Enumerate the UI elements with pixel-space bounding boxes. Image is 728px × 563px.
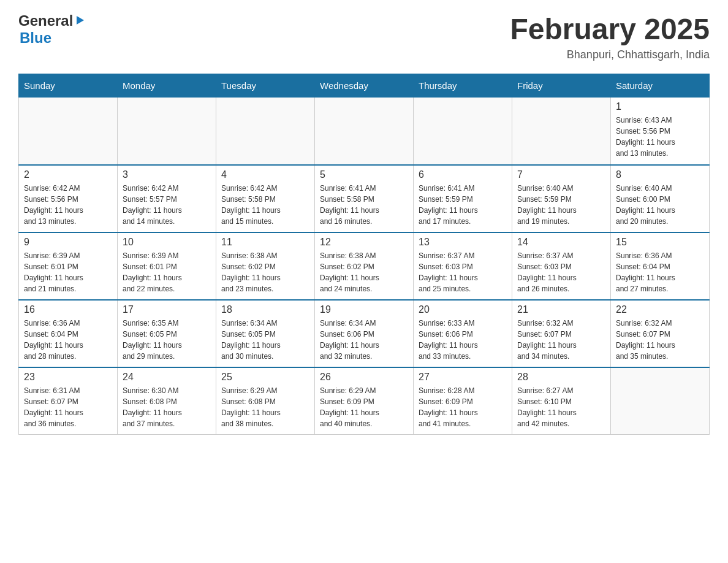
weekday-header-tuesday: Tuesday — [216, 74, 315, 98]
day-info: Sunrise: 6:28 AMSunset: 6:09 PMDaylight:… — [419, 385, 507, 429]
day-info: Sunrise: 6:36 AMSunset: 6:04 PMDaylight:… — [24, 318, 112, 362]
day-info: Sunrise: 6:36 AMSunset: 6:04 PMDaylight:… — [616, 250, 704, 294]
day-number: 23 — [24, 372, 112, 383]
day-info: Sunrise: 6:34 AMSunset: 6:06 PMDaylight:… — [320, 318, 408, 362]
calendar-cell: 21Sunrise: 6:32 AMSunset: 6:07 PMDayligh… — [512, 300, 611, 367]
day-info: Sunrise: 6:39 AMSunset: 6:01 PMDaylight:… — [123, 250, 211, 294]
title-section: February 2025 Bhanpuri, Chhattisgarh, In… — [510, 12, 710, 61]
day-info: Sunrise: 6:34 AMSunset: 6:05 PMDaylight:… — [221, 318, 309, 362]
calendar-cell: 26Sunrise: 6:29 AMSunset: 6:09 PMDayligh… — [315, 367, 414, 435]
logo-general-text: General — [18, 12, 73, 29]
day-info: Sunrise: 6:41 AMSunset: 5:59 PMDaylight:… — [419, 183, 507, 227]
calendar-cell — [118, 98, 216, 165]
weekday-header-thursday: Thursday — [414, 74, 512, 98]
day-number: 28 — [517, 372, 605, 383]
day-info: Sunrise: 6:38 AMSunset: 6:02 PMDaylight:… — [320, 250, 408, 294]
calendar-cell: 3Sunrise: 6:42 AMSunset: 5:57 PMDaylight… — [118, 165, 216, 232]
day-number: 16 — [24, 304, 112, 315]
day-number: 5 — [320, 169, 408, 180]
day-info: Sunrise: 6:40 AMSunset: 6:00 PMDaylight:… — [616, 183, 704, 227]
calendar-cell: 10Sunrise: 6:39 AMSunset: 6:01 PMDayligh… — [118, 232, 216, 300]
logo-arrow-icon — [74, 12, 85, 29]
svg-marker-0 — [77, 16, 84, 25]
day-number: 15 — [616, 237, 704, 248]
calendar-cell: 28Sunrise: 6:27 AMSunset: 6:10 PMDayligh… — [512, 367, 611, 435]
weekday-header-sunday: Sunday — [19, 74, 118, 98]
calendar-cell: 20Sunrise: 6:33 AMSunset: 6:06 PMDayligh… — [414, 300, 512, 367]
day-number: 22 — [616, 304, 704, 315]
day-info: Sunrise: 6:33 AMSunset: 6:06 PMDaylight:… — [419, 318, 507, 362]
calendar-week-row: 2Sunrise: 6:42 AMSunset: 5:56 PMDaylight… — [19, 165, 710, 232]
day-number: 3 — [123, 169, 211, 180]
day-info: Sunrise: 6:39 AMSunset: 6:01 PMDaylight:… — [24, 250, 112, 294]
day-number: 20 — [419, 304, 507, 315]
weekday-header-saturday: Saturday — [611, 74, 710, 98]
calendar-cell: 18Sunrise: 6:34 AMSunset: 6:05 PMDayligh… — [216, 300, 315, 367]
calendar-cell: 17Sunrise: 6:35 AMSunset: 6:05 PMDayligh… — [118, 300, 216, 367]
calendar-cell: 12Sunrise: 6:38 AMSunset: 6:02 PMDayligh… — [315, 232, 414, 300]
calendar-cell: 22Sunrise: 6:32 AMSunset: 6:07 PMDayligh… — [611, 300, 710, 367]
calendar-week-row: 1Sunrise: 6:43 AMSunset: 5:56 PMDaylight… — [19, 98, 710, 165]
logo: General Blue — [18, 12, 85, 47]
calendar-header-row: SundayMondayTuesdayWednesdayThursdayFrid… — [19, 74, 710, 98]
day-info: Sunrise: 6:42 AMSunset: 5:56 PMDaylight:… — [24, 183, 112, 227]
day-info: Sunrise: 6:40 AMSunset: 5:59 PMDaylight:… — [517, 183, 605, 227]
calendar-cell: 15Sunrise: 6:36 AMSunset: 6:04 PMDayligh… — [611, 232, 710, 300]
day-number: 25 — [221, 372, 309, 383]
day-info: Sunrise: 6:37 AMSunset: 6:03 PMDaylight:… — [419, 250, 507, 294]
calendar-cell: 2Sunrise: 6:42 AMSunset: 5:56 PMDaylight… — [19, 165, 118, 232]
day-info: Sunrise: 6:42 AMSunset: 5:57 PMDaylight:… — [123, 183, 211, 227]
day-number: 6 — [419, 169, 507, 180]
day-info: Sunrise: 6:38 AMSunset: 6:02 PMDaylight:… — [221, 250, 309, 294]
day-number: 14 — [517, 237, 605, 248]
calendar-cell — [414, 98, 512, 165]
day-info: Sunrise: 6:27 AMSunset: 6:10 PMDaylight:… — [517, 385, 605, 429]
calendar-cell: 16Sunrise: 6:36 AMSunset: 6:04 PMDayligh… — [19, 300, 118, 367]
day-number: 1 — [616, 101, 704, 112]
calendar-cell: 1Sunrise: 6:43 AMSunset: 5:56 PMDaylight… — [611, 98, 710, 165]
weekday-header-monday: Monday — [118, 74, 216, 98]
calendar-cell: 14Sunrise: 6:37 AMSunset: 6:03 PMDayligh… — [512, 232, 611, 300]
calendar-cell: 11Sunrise: 6:38 AMSunset: 6:02 PMDayligh… — [216, 232, 315, 300]
day-info: Sunrise: 6:29 AMSunset: 6:09 PMDaylight:… — [320, 385, 408, 429]
calendar-week-row: 16Sunrise: 6:36 AMSunset: 6:04 PMDayligh… — [19, 300, 710, 367]
calendar-cell: 5Sunrise: 6:41 AMSunset: 5:58 PMDaylight… — [315, 165, 414, 232]
weekday-header-wednesday: Wednesday — [315, 74, 414, 98]
day-info: Sunrise: 6:32 AMSunset: 6:07 PMDaylight:… — [616, 318, 704, 362]
calendar-cell: 24Sunrise: 6:30 AMSunset: 6:08 PMDayligh… — [118, 367, 216, 435]
day-number: 12 — [320, 237, 408, 248]
day-number: 9 — [24, 237, 112, 248]
calendar-week-row: 9Sunrise: 6:39 AMSunset: 6:01 PMDaylight… — [19, 232, 710, 300]
calendar-cell: 8Sunrise: 6:40 AMSunset: 6:00 PMDaylight… — [611, 165, 710, 232]
day-number: 2 — [24, 169, 112, 180]
day-number: 27 — [419, 372, 507, 383]
calendar-cell: 9Sunrise: 6:39 AMSunset: 6:01 PMDaylight… — [19, 232, 118, 300]
day-number: 11 — [221, 237, 309, 248]
calendar-cell: 19Sunrise: 6:34 AMSunset: 6:06 PMDayligh… — [315, 300, 414, 367]
calendar-cell: 6Sunrise: 6:41 AMSunset: 5:59 PMDaylight… — [414, 165, 512, 232]
page-header: General Blue February 2025 Bhanpuri, Chh… — [18, 12, 710, 61]
day-info: Sunrise: 6:43 AMSunset: 5:56 PMDaylight:… — [616, 115, 704, 159]
calendar-cell: 23Sunrise: 6:31 AMSunset: 6:07 PMDayligh… — [19, 367, 118, 435]
day-info: Sunrise: 6:29 AMSunset: 6:08 PMDaylight:… — [221, 385, 309, 429]
day-info: Sunrise: 6:32 AMSunset: 6:07 PMDaylight:… — [517, 318, 605, 362]
calendar-cell — [512, 98, 611, 165]
calendar-cell: 4Sunrise: 6:42 AMSunset: 5:58 PMDaylight… — [216, 165, 315, 232]
day-info: Sunrise: 6:35 AMSunset: 6:05 PMDaylight:… — [123, 318, 211, 362]
day-number: 21 — [517, 304, 605, 315]
day-number: 26 — [320, 372, 408, 383]
day-number: 8 — [616, 169, 704, 180]
day-number: 10 — [123, 237, 211, 248]
day-number: 7 — [517, 169, 605, 180]
calendar-week-row: 23Sunrise: 6:31 AMSunset: 6:07 PMDayligh… — [19, 367, 710, 435]
weekday-header-friday: Friday — [512, 74, 611, 98]
calendar-cell — [216, 98, 315, 165]
day-info: Sunrise: 6:31 AMSunset: 6:07 PMDaylight:… — [24, 385, 112, 429]
calendar-cell: 13Sunrise: 6:37 AMSunset: 6:03 PMDayligh… — [414, 232, 512, 300]
day-number: 24 — [123, 372, 211, 383]
calendar-cell: 7Sunrise: 6:40 AMSunset: 5:59 PMDaylight… — [512, 165, 611, 232]
day-number: 18 — [221, 304, 309, 315]
day-number: 17 — [123, 304, 211, 315]
calendar-cell: 27Sunrise: 6:28 AMSunset: 6:09 PMDayligh… — [414, 367, 512, 435]
location-subtitle: Bhanpuri, Chhattisgarh, India — [510, 48, 710, 61]
